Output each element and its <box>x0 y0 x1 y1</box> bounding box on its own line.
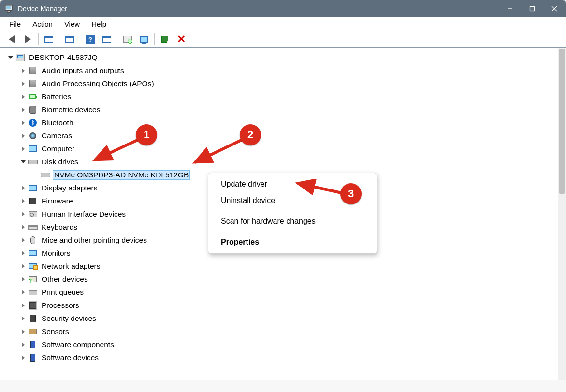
tree-category[interactable]: Software components <box>4 338 558 351</box>
nav-back-button[interactable] <box>3 32 20 46</box>
chevron-right-icon[interactable] <box>19 238 28 243</box>
kb-icon <box>28 225 38 230</box>
chevron-right-icon[interactable] <box>19 251 28 256</box>
tree-root[interactable]: DESKTOP-4L537JQ <box>4 51 558 64</box>
context-scan-hardware[interactable]: Scan for hardware changes <box>208 213 377 230</box>
chevron-right-icon[interactable] <box>19 146 28 151</box>
tree-category[interactable]: Print queues <box>4 286 558 299</box>
tree-item-label: NVMe OM3PDP3-AD NVMe KDI 512GB <box>53 170 190 180</box>
tree-category[interactable]: Audio Processing Objects (APOs) <box>4 77 558 90</box>
chevron-right-icon[interactable] <box>19 94 28 99</box>
menu-help[interactable]: Help <box>86 18 112 30</box>
menubar: File Action View Help <box>0 17 566 31</box>
chevron-right-icon[interactable] <box>19 212 28 217</box>
vertical-scrollbar[interactable] <box>558 48 566 380</box>
menu-action[interactable]: Action <box>27 18 58 30</box>
sec-icon <box>28 315 38 322</box>
chevron-right-icon[interactable] <box>19 316 28 321</box>
properties-button[interactable] <box>61 32 78 46</box>
tree-item-label: Monitors <box>40 248 72 258</box>
window-title: Device Manager <box>18 5 67 13</box>
chevron-right-icon[interactable] <box>19 329 28 334</box>
chevron-right-icon[interactable] <box>19 107 28 112</box>
tree-item-label: Security devices <box>40 314 98 323</box>
svg-rect-4 <box>530 7 535 11</box>
tree-item-label: Processors <box>40 301 81 310</box>
chevron-right-icon[interactable] <box>19 199 28 203</box>
tree-item-label: Bluetooth <box>40 118 75 128</box>
context-properties[interactable]: Properties <box>208 234 377 250</box>
chevron-right-icon[interactable] <box>19 303 28 308</box>
tree-item-label: Audio inputs and outputs <box>40 66 126 75</box>
tree-category[interactable]: Sensors <box>4 325 558 338</box>
chevron-down-icon[interactable] <box>19 160 28 163</box>
svg-line-8 <box>195 140 242 162</box>
update-driver-button[interactable] <box>136 32 152 46</box>
tree-category[interactable]: Software devices <box>4 351 558 364</box>
chevron-right-icon[interactable] <box>19 277 28 282</box>
show-hide-tree-button[interactable] <box>41 32 57 46</box>
batt-icon <box>28 94 38 99</box>
tree-category[interactable]: Cameras <box>4 129 558 142</box>
enable-icon <box>161 36 168 43</box>
scrollbar-thumb[interactable] <box>559 49 565 194</box>
tree-category[interactable]: ᛒBluetooth <box>4 116 558 129</box>
chevron-right-icon[interactable] <box>19 355 28 360</box>
pane-icon <box>102 36 111 43</box>
disk-icon <box>40 173 51 177</box>
chevron-right-icon[interactable] <box>19 186 28 190</box>
tree-item-label: Human Interface Devices <box>40 209 127 219</box>
context-separator <box>209 232 376 232</box>
tree-item-label: Disk drives <box>40 157 80 167</box>
nav-forward-button[interactable] <box>20 32 36 46</box>
scan-hardware-button[interactable] <box>119 32 136 46</box>
close-button[interactable] <box>543 0 566 17</box>
hid-icon <box>28 211 38 217</box>
tree-category[interactable]: Audio inputs and outputs <box>4 64 558 77</box>
chevron-right-icon[interactable] <box>19 342 28 347</box>
menu-file[interactable]: File <box>3 18 27 30</box>
arrow-left-icon <box>9 35 15 43</box>
mon-icon <box>28 185 38 191</box>
tree-category[interactable]: Biometric devices <box>4 103 558 116</box>
help-button[interactable]: ? <box>82 32 99 46</box>
mon-icon <box>28 250 38 256</box>
chevron-down-icon[interactable] <box>6 56 15 59</box>
net-icon <box>28 263 38 269</box>
chevron-right-icon[interactable] <box>19 264 28 269</box>
toolbar: ? ✕ <box>0 31 566 48</box>
menu-view[interactable]: View <box>58 18 86 30</box>
chevron-right-icon[interactable] <box>19 225 28 230</box>
tree-category[interactable]: Computer <box>4 142 558 155</box>
monitor-update-icon <box>140 36 148 43</box>
tree-item-label: Display adapters <box>40 183 99 193</box>
tree-item-label: Audio Processing Objects (APOs) <box>40 79 156 88</box>
toolbar-separator <box>80 33 80 45</box>
tree-item-label: Biometric devices <box>40 105 102 115</box>
uninstall-device-button[interactable]: ✕ <box>173 32 189 46</box>
tree-category[interactable]: Batteries <box>4 90 558 103</box>
app-icon <box>4 4 14 14</box>
chevron-right-icon[interactable] <box>19 120 28 125</box>
tree-category[interactable]: Network adapters <box>4 260 558 273</box>
context-separator <box>209 211 376 211</box>
annotation-arrow-2 <box>189 136 247 170</box>
maximize-button[interactable] <box>521 0 543 17</box>
action-pane-button[interactable] <box>99 32 115 46</box>
tree-category[interactable]: Disk drives <box>4 155 558 168</box>
arrow-right-icon <box>25 35 31 43</box>
tree-category[interactable]: Security devices <box>4 312 558 325</box>
svg-rect-2 <box>7 11 10 12</box>
minimize-button[interactable] <box>499 0 521 17</box>
tree-category[interactable]: Processors <box>4 299 558 312</box>
chevron-right-icon[interactable] <box>19 290 28 295</box>
chevron-right-icon[interactable] <box>19 133 28 138</box>
chevron-right-icon[interactable] <box>19 81 28 86</box>
disk-icon <box>28 160 38 164</box>
tree-category[interactable]: Other devices <box>4 273 558 286</box>
chevron-right-icon[interactable] <box>19 68 28 73</box>
pane-icon <box>44 36 53 43</box>
enable-device-button[interactable] <box>157 32 173 46</box>
svg-rect-1 <box>6 6 11 9</box>
sw-icon <box>28 354 38 362</box>
